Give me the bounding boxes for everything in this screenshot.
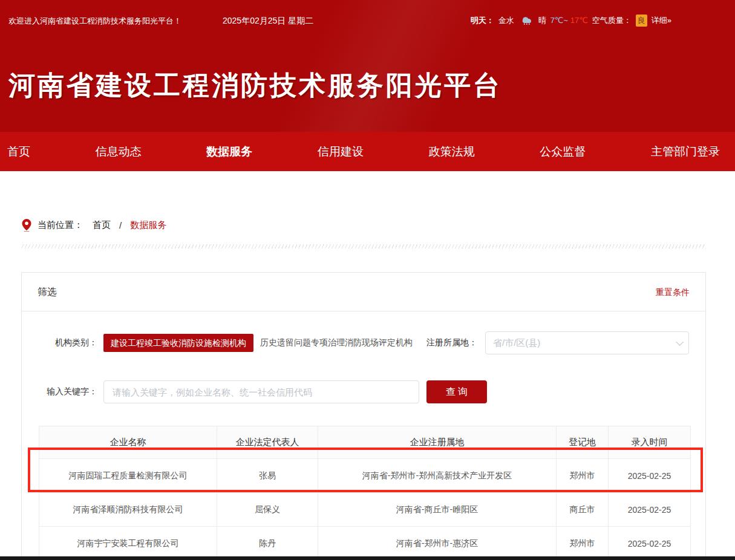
breadcrumb-separator: / — [119, 220, 122, 230]
col-header-record-place: 登记地 — [557, 426, 609, 459]
weather-district: 金水 — [498, 15, 514, 26]
cell-legal-rep: 屈保义 — [217, 493, 318, 527]
keyword-input[interactable] — [103, 380, 419, 403]
breadcrumb-current[interactable]: 数据服务 — [130, 220, 166, 231]
nav-item-home[interactable]: 首页 — [7, 144, 30, 160]
cell-legal-rep: 张易 — [217, 459, 318, 493]
nav-item-policy[interactable]: 政策法规 — [429, 144, 475, 160]
filter-title: 筛选 — [38, 287, 57, 297]
breadcrumb: 当前位置： 首页 / 数据服务 — [21, 219, 166, 232]
main-nav: 首页 信息动态 数据服务 信用建设 政策法规 公众监督 主管部门登录 — [0, 132, 735, 171]
air-quality-badge: 良 — [636, 15, 647, 27]
cell-registered-place: 河南省-郑州市-郑州高新技术产业开发区 — [318, 459, 557, 493]
cell-entry-date: 2025-02-25 — [609, 527, 691, 560]
keyword-filter-row: 输入关键字： 查 询 — [22, 380, 705, 403]
region-filter-group: 注册所属地： 省/市/区(县) — [426, 331, 689, 354]
cell-registered-place: 河南省-商丘市-睢阳区 — [318, 493, 557, 527]
table-row: 河南固瑞工程质量检测有限公司 张易 河南省-郑州市-郑州高新技术产业开发区 郑州… — [39, 459, 691, 493]
category-option-inactive-button[interactable]: 历史遗留问题专项治理消防现场评定机构 — [260, 337, 413, 348]
cell-record-place: 商丘市 — [557, 493, 609, 527]
cell-company: 河南固瑞工程质量检测有限公司 — [39, 459, 217, 493]
cell-record-place: 郑州市 — [557, 459, 609, 493]
page: 欢迎进入河南省建设工程消防技术服务阳光平台！ 2025年02月25日 星期二 明… — [0, 0, 735, 560]
filter-panel-header: 筛选 重置条件 — [22, 273, 705, 311]
cell-registered-place: 河南省-郑州市-惠济区 — [318, 527, 557, 560]
col-header-company: 企业名称 — [39, 426, 217, 459]
breadcrumb-label: 当前位置： — [38, 220, 83, 231]
nav-item-credit[interactable]: 信用建设 — [318, 144, 364, 160]
col-header-entry-date: 录入时间 — [609, 426, 691, 459]
col-header-legal-rep: 企业法定代表人 — [217, 426, 318, 459]
nav-item-data-service[interactable]: 数据服务 — [206, 144, 252, 160]
current-date: 2025年02月25日 星期二 — [223, 16, 313, 27]
cell-company: 河南省泽顺消防科技有限公司 — [39, 493, 217, 527]
category-label: 机构类别： — [22, 337, 97, 348]
breadcrumb-home[interactable]: 首页 — [93, 220, 111, 231]
location-pin-icon — [21, 219, 32, 232]
category-filter-row: 机构类别： 建设工程竣工验收消防设施检测机构 历史遗留问题专项治理消防现场评定机… — [22, 331, 705, 354]
table-row: 河南省泽顺消防科技有限公司 屈保义 河南省-商丘市-睢阳区 商丘市 2025-0… — [39, 493, 691, 527]
footer-strip — [0, 556, 735, 560]
table-row: 河南宇宁安装工程有限公司 陈丹 河南省-郑州市-惠济区 郑州市 2025-02-… — [39, 527, 691, 560]
weather-detail-link[interactable]: 详细» — [652, 15, 671, 26]
air-quality-label: 空气质量： — [592, 15, 632, 26]
region-label: 注册所属地： — [426, 337, 477, 348]
temp-high: 17℃ — [570, 16, 588, 25]
slash-divider — [21, 244, 706, 249]
region-select[interactable]: 省/市/区(县) — [485, 331, 689, 354]
table-header-row: 企业名称 企业法定代表人 企业注册属地 登记地 录入时间 — [39, 426, 691, 459]
reset-filters-link[interactable]: 重置条件 — [656, 273, 690, 311]
cell-legal-rep: 陈丹 — [217, 527, 318, 560]
weather-temps: 7℃~ 17℃ — [550, 16, 588, 25]
weather-cloud-icon — [518, 14, 534, 27]
search-button[interactable]: 查 询 — [426, 380, 487, 403]
site-header: 欢迎进入河南省建设工程消防技术服务阳光平台！ 2025年02月25日 星期二 明… — [0, 0, 735, 132]
cell-company: 河南宇宁安装工程有限公司 — [39, 527, 217, 560]
region-select-placeholder: 省/市/区(县) — [493, 337, 540, 349]
welcome-text: 欢迎进入河南省建设工程消防技术服务阳光平台！ — [8, 16, 181, 27]
category-option-active-button[interactable]: 建设工程竣工验收消防设施检测机构 — [103, 334, 253, 352]
cell-record-place: 郑州市 — [557, 527, 609, 560]
nav-item-news[interactable]: 信息动态 — [96, 144, 142, 160]
keyword-label: 输入关键字： — [22, 386, 97, 397]
temp-low: 7℃ — [550, 16, 564, 25]
filter-panel: 筛选 重置条件 机构类别： 建设工程竣工验收消防设施检测机构 历史遗留问题专项治… — [21, 272, 706, 560]
nav-item-admin-login[interactable]: 主管部门登录 — [651, 144, 720, 160]
cell-entry-date: 2025-02-25 — [609, 459, 691, 493]
weather-bar: 明天： 金水 晴 7℃~ 17℃ 空气质量： 良 详细» — [471, 14, 671, 27]
weather-condition: 晴 — [538, 15, 546, 26]
page-title: 河南省建设工程消防技术服务阳光平台 — [8, 68, 502, 103]
results-table: 企业名称 企业法定代表人 企业注册属地 登记地 录入时间 河南固瑞工程质量检测有… — [39, 426, 691, 560]
cell-entry-date: 2025-02-25 — [609, 493, 691, 527]
chevron-down-icon — [676, 338, 684, 346]
nav-item-supervision[interactable]: 公众监督 — [540, 144, 586, 160]
col-header-registered-place: 企业注册属地 — [318, 426, 557, 459]
temp-tilde: ~ — [563, 16, 568, 25]
weather-tomorrow-label: 明天： — [471, 15, 494, 26]
